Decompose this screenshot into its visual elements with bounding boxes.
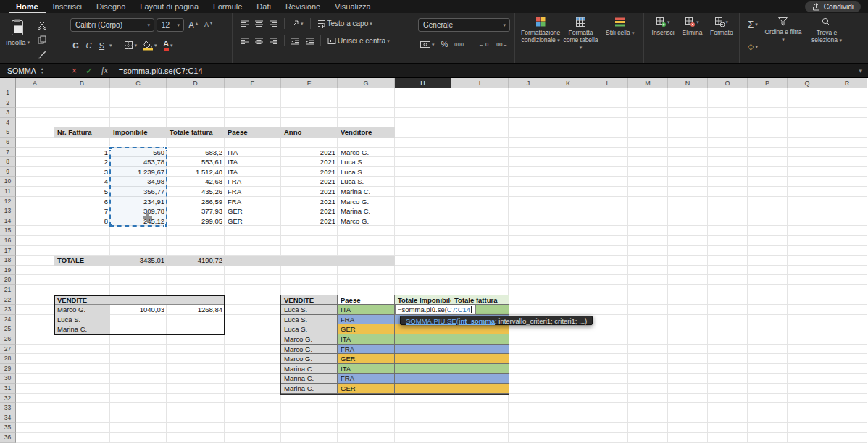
cell-E8[interactable]: ITA bbox=[225, 157, 281, 167]
insert-cells-button[interactable]: ▾ Inserisci bbox=[650, 17, 676, 62]
comma-style-button[interactable]: 000 bbox=[452, 41, 466, 48]
row-header-27[interactable]: 27 bbox=[0, 345, 16, 355]
increase-indent-button[interactable] bbox=[304, 36, 316, 46]
cell-F9[interactable]: 2021 bbox=[281, 167, 338, 177]
cell-B24[interactable]: Luca S. bbox=[54, 315, 110, 325]
cell-C14[interactable]: 245,12 bbox=[110, 216, 167, 227]
cell-G5[interactable]: Venditore bbox=[338, 127, 395, 138]
cell-I22[interactable]: Totale fattura bbox=[451, 295, 509, 305]
column-header-D[interactable]: D bbox=[167, 78, 225, 88]
cell-E7[interactable]: ITA bbox=[225, 148, 281, 158]
row-header-17[interactable]: 17 bbox=[0, 246, 16, 256]
cell-E14[interactable]: GER bbox=[225, 216, 281, 227]
column-header-G[interactable]: G bbox=[338, 78, 395, 88]
name-box-stepper[interactable]: ▴▾ bbox=[41, 67, 43, 75]
insert-function-button[interactable]: fx bbox=[101, 65, 108, 76]
column-header-R[interactable]: R bbox=[827, 78, 867, 88]
formula-edit-cell[interactable]: =somma.più.se(C7:C14 bbox=[395, 305, 476, 315]
ribbon-tab-revisione[interactable]: Revisione bbox=[278, 0, 327, 13]
column-header-O[interactable]: O bbox=[708, 78, 748, 88]
share-button[interactable]: Condividi bbox=[805, 1, 861, 12]
row-header-10[interactable]: 10 bbox=[0, 177, 16, 187]
cell-E10[interactable]: FRA bbox=[225, 177, 281, 187]
row-header-21[interactable]: 21 bbox=[0, 285, 16, 295]
confirm-formula-button[interactable]: ✓ bbox=[81, 66, 97, 76]
row-header-6[interactable]: 6 bbox=[0, 138, 16, 148]
cell-G31[interactable]: GER bbox=[338, 384, 395, 394]
ribbon-tab-inserisci[interactable]: Inserisci bbox=[46, 0, 89, 13]
ribbon-tab-visualizza[interactable]: Visualizza bbox=[327, 0, 377, 13]
row-header-11[interactable]: 11 bbox=[0, 187, 16, 197]
cell-G12[interactable]: Marco G. bbox=[338, 197, 395, 207]
row-header-31[interactable]: 31 bbox=[0, 384, 16, 394]
cell-B23[interactable]: Marco G. bbox=[54, 305, 110, 315]
cell-C12[interactable]: 234,91 bbox=[110, 197, 167, 207]
cell-F22[interactable]: VENDITE bbox=[281, 295, 338, 305]
cell-G7[interactable]: Marco G. bbox=[338, 148, 395, 158]
name-box[interactable]: SOMMA ▴▾ bbox=[0, 67, 57, 75]
cell-G9[interactable]: Luca S. bbox=[338, 167, 395, 177]
column-header-N[interactable]: N bbox=[668, 78, 708, 88]
cell-F7[interactable]: 2021 bbox=[281, 148, 338, 158]
cell-B14[interactable]: 8 bbox=[54, 216, 110, 227]
align-left-button[interactable] bbox=[238, 36, 251, 46]
cell-B5[interactable]: Nr. Fattura bbox=[54, 127, 110, 138]
ribbon-tab-dati[interactable]: Dati bbox=[249, 0, 278, 13]
cell-G10[interactable]: Luca S. bbox=[338, 177, 395, 187]
copy-button[interactable] bbox=[36, 34, 49, 46]
column-header-I[interactable]: I bbox=[451, 78, 509, 88]
cell-E11[interactable]: FRA bbox=[225, 187, 281, 197]
paste-button[interactable]: Incolla ▾ bbox=[6, 18, 30, 62]
row-header-29[interactable]: 29 bbox=[0, 364, 16, 374]
column-header-A[interactable]: A bbox=[16, 78, 54, 88]
ribbon-tab-disegno[interactable]: Disegno bbox=[89, 0, 133, 13]
row-header-22[interactable]: 22 bbox=[0, 295, 16, 305]
row-header-19[interactable]: 19 bbox=[0, 266, 16, 276]
cell-G13[interactable]: Marina C. bbox=[338, 206, 395, 216]
column-header-M[interactable]: M bbox=[628, 78, 668, 88]
cell-B25[interactable]: Marina C. bbox=[54, 324, 110, 334]
cell-G29[interactable]: ITA bbox=[338, 364, 395, 374]
row-header-28[interactable]: 28 bbox=[0, 354, 16, 364]
orientation-button[interactable]: ▾ bbox=[289, 18, 306, 29]
cell-F25[interactable]: Luca S. bbox=[281, 324, 338, 334]
select-all-corner[interactable] bbox=[0, 78, 16, 88]
align-top-button[interactable] bbox=[238, 19, 251, 29]
cell-F24[interactable]: Luca S. bbox=[281, 315, 338, 325]
cell-C13[interactable]: 309,78 bbox=[110, 206, 167, 216]
cell-G24[interactable]: FRA bbox=[338, 315, 395, 325]
find-select-button[interactable]: Trova e seleziona ▾ bbox=[806, 17, 847, 62]
number-format-select[interactable]: Generale ▾ bbox=[418, 18, 510, 32]
borders-button[interactable]: ▾ bbox=[122, 39, 140, 51]
cell-D14[interactable]: 299,05 bbox=[167, 216, 225, 227]
cell-D7[interactable]: 683,2 bbox=[167, 148, 225, 158]
cell-B18[interactable]: TOTALE bbox=[54, 256, 110, 266]
row-header-15[interactable]: 15 bbox=[0, 226, 16, 236]
delete-cells-button[interactable]: ▾ Elimina bbox=[679, 17, 705, 62]
row-header-30[interactable]: 30 bbox=[0, 374, 16, 384]
cut-button[interactable] bbox=[36, 20, 49, 31]
column-header-K[interactable]: K bbox=[548, 78, 588, 88]
cell-F28[interactable]: Marco G. bbox=[281, 354, 338, 364]
cell-D10[interactable]: 42,68 bbox=[167, 177, 225, 187]
cell-G27[interactable]: FRA bbox=[338, 345, 395, 355]
increase-decimal-button[interactable]: ←.0 bbox=[476, 41, 491, 49]
cell-G23[interactable]: ITA bbox=[338, 305, 395, 315]
cell-F12[interactable]: 2021 bbox=[281, 197, 338, 207]
cell-D13[interactable]: 377,93 bbox=[167, 206, 225, 216]
font-size-select[interactable]: 12 ▾ bbox=[157, 18, 184, 32]
cell-D23[interactable]: 1268,84 bbox=[167, 305, 225, 315]
cell-G22[interactable]: Paese bbox=[338, 295, 395, 305]
cell-D5[interactable]: Totale fattura bbox=[167, 127, 225, 138]
row-header-12[interactable]: 12 bbox=[0, 197, 16, 207]
ribbon-tab-layout-di-pagina[interactable]: Layout di pagina bbox=[133, 0, 206, 13]
row-header-36[interactable]: 36 bbox=[0, 433, 16, 443]
row-header-35[interactable]: 35 bbox=[0, 423, 16, 433]
cell-F30[interactable]: Marina C. bbox=[281, 374, 338, 384]
row-header-33[interactable]: 33 bbox=[0, 403, 16, 413]
cell-B12[interactable]: 6 bbox=[54, 197, 110, 207]
cell-B11[interactable]: 5 bbox=[54, 187, 110, 197]
cell-C9[interactable]: 1.239,67 bbox=[110, 167, 167, 177]
align-bottom-button[interactable] bbox=[267, 19, 280, 29]
cell-C10[interactable]: 34,98 bbox=[110, 177, 167, 187]
